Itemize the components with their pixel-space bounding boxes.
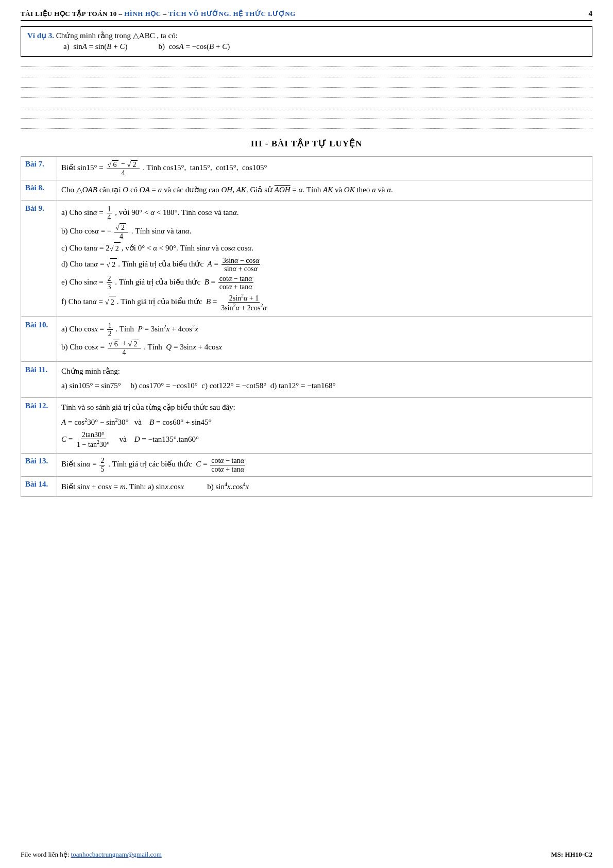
ex-9b: b) Cho cosα = − 24 . Tính sinα và tanα. <box>61 223 588 240</box>
dotted-line-7 <box>21 124 592 129</box>
exercise-13-row: Bài 13. Biết sinα = 25 . Tính giá trị cá… <box>21 454 592 477</box>
dotted-line-5 <box>21 103 592 108</box>
vidu-3-a: a) sinA = sin(B + C) <box>63 42 127 51</box>
ex-9d: d) Cho tanα = 2. Tính giá trị của biểu t… <box>61 257 588 273</box>
exercises-table: Bài 7. Biết sin15° = 6 − 2 4 . Tính cos1… <box>21 156 592 497</box>
exercise-12-row: Bài 12. Tính và so sánh giá trị của từng… <box>21 397 592 453</box>
ex-7-content: Biết sin15° = 6 − 2 4 . Tính cos15°, tan… <box>57 157 592 180</box>
ex-8-content: Cho △OAB cân tại O có OA = a và các đườn… <box>57 180 592 201</box>
header-title-mid: – <box>161 10 168 18</box>
ex-9a: a) Cho sinα = 14 , với 90° < α < 180°. T… <box>61 205 588 222</box>
footer-ms: MS: HH10-C2 <box>551 850 592 859</box>
header-highlight2: TÍCH VÔ HƯỚNG. HỆ THỨC LƯỢNG <box>168 10 296 18</box>
dotted-line-4 <box>21 93 592 98</box>
ex-9-content: a) Cho sinα = 14 , với 90° < α < 180°. T… <box>57 200 592 316</box>
header-highlight1: HÌNH HỌC <box>124 10 161 18</box>
ex-9-num: Bài 9. <box>21 200 57 316</box>
footer-email[interactable]: toanhocbactrungnam@gmail.com <box>71 850 162 858</box>
exercise-14-row: Bài 14. Biết sinx + cosx = m. Tính: a) s… <box>21 476 592 497</box>
header-title: TÀI LIỆU HỌC TẬP TOÁN 10 – HÌNH HỌC – TÍ… <box>21 10 296 18</box>
dotted-line-6 <box>21 113 592 119</box>
ex-7-num: Bài 7. <box>21 157 57 180</box>
ex-12-cd: C = 2tan30° 1 − tan230° và D = −tan135°.… <box>61 431 588 448</box>
vidu-3-b: b) cosA = −cos(B + C) <box>158 42 230 51</box>
exercise-7-row: Bài 7. Biết sin15° = 6 − 2 4 . Tính cos1… <box>21 157 592 180</box>
ex-8-num: Bài 8. <box>21 180 57 201</box>
dotted-line-3 <box>21 82 592 88</box>
ex-13-num: Bài 13. <box>21 454 57 477</box>
ex-13-content: Biết sinα = 25 . Tính giá trị các biểu t… <box>57 454 592 477</box>
page-footer: File word liên hệ: toanhocbactrungnam@gm… <box>21 850 592 859</box>
exercise-10-row: Bài 10. a) Cho cosx = 12 . Tính P = 3sin… <box>21 316 592 361</box>
footer-left: File word liên hệ: toanhocbactrungnam@gm… <box>21 850 162 859</box>
ex-11-num: Bài 11. <box>21 361 57 397</box>
ex-9c: c) Cho tanα = 22, với 0° < α < 90°. Tính… <box>61 242 588 255</box>
ex-10a: a) Cho cosx = 12 . Tính P = 3sin2x + 4co… <box>61 322 588 338</box>
ex-9e: e) Cho sinα = 23 . Tính giá trị của biểu… <box>61 275 588 291</box>
page-number: 4 <box>589 9 593 18</box>
ex-14-num: Bài 14. <box>21 476 57 497</box>
dotted-lines-area <box>21 62 592 129</box>
ex-10-num: Bài 10. <box>21 316 57 361</box>
ex-12-ab: A = cos230° − sin230° và B = cos60° + si… <box>61 415 588 429</box>
ex-11-intro: Chứng minh rằng: <box>61 365 588 378</box>
fraction-sqrt6-sqrt2-4: 6 − 2 4 <box>107 160 140 177</box>
ex-10b: b) Cho cosx = 6 + 2 4 . Tính Q = 3sinx +… <box>61 339 588 356</box>
ex-14-content: Biết sinx + cosx = m. Tính: a) sinx.cosx… <box>57 476 592 497</box>
section-title: III - BÀI TẬP TỰ LUYỆN <box>21 138 592 149</box>
vidu-3-header: Ví dụ 3. Chứng minh rằng trong △ABC , ta… <box>27 31 586 40</box>
exercise-9-row: Bài 9. a) Cho sinα = 14 , với 90° < α < … <box>21 200 592 316</box>
ex-9f: f) Cho tanα = 2. Tính giá trị của biểu t… <box>61 293 588 312</box>
ex-11-content: Chứng minh rằng: a) sin105° = sin75° b) … <box>57 361 592 397</box>
ex-12-num: Bài 12. <box>21 397 57 453</box>
exercise-8-row: Bài 8. Cho △OAB cân tại O có OA = a và c… <box>21 180 592 201</box>
exercise-11-row: Bài 11. Chứng minh rằng: a) sin105° = si… <box>21 361 592 397</box>
ex-10-content: a) Cho cosx = 12 . Tính P = 3sin2x + 4co… <box>57 316 592 361</box>
page-header: TÀI LIỆU HỌC TẬP TOÁN 10 – HÌNH HỌC – TÍ… <box>21 9 592 21</box>
ex-12-content: Tính và so sánh giá trị của từng cặp biể… <box>57 397 592 453</box>
dotted-line-1 <box>21 62 592 67</box>
vidu-3-box: Ví dụ 3. Chứng minh rằng trong △ABC , ta… <box>21 26 592 57</box>
vidu-3-label: Ví dụ 3. <box>27 31 54 40</box>
ex-12-intro: Tính và so sánh giá trị của từng cặp biể… <box>61 401 588 414</box>
ex-11-items: a) sin105° = sin75° b) cos170° = −cos10°… <box>61 379 588 393</box>
header-title-plain: TÀI LIỆU HỌC TẬP TOÁN 10 – <box>21 10 124 18</box>
vidu-3-desc: Chứng minh rằng trong △ABC , ta có: <box>56 31 178 40</box>
vidu-3-parts: a) sinA = sin(B + C) b) cosA = −cos(B + … <box>27 42 586 51</box>
dotted-line-2 <box>21 72 592 77</box>
footer-file-text: File word liên hệ: <box>21 850 71 858</box>
